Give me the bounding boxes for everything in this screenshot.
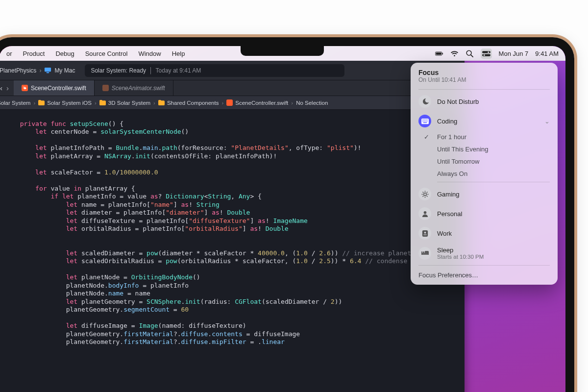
control-center-icon[interactable]: [481, 49, 492, 59]
svg-rect-19: [226, 99, 233, 106]
focus-title: Focus: [418, 69, 550, 76]
focus-mode-work[interactable]: Work: [411, 223, 558, 243]
focus-duration-option[interactable]: Until Tomorrow: [411, 155, 558, 168]
focus-popover: Focus On Until 10:41 AM Do Not Disturb C…: [411, 63, 558, 285]
breadcrumb-item[interactable]: 3D Solar System: [99, 99, 150, 106]
activity-status-text: Solar System: Ready: [91, 67, 146, 74]
svg-line-37: [422, 192, 423, 193]
breadcrumb-item[interactable]: SceneController.swift: [226, 99, 288, 106]
breadcrumb-label: Solar System iOS: [47, 100, 92, 106]
battery-icon[interactable]: [435, 49, 443, 58]
svg-rect-29: [425, 121, 426, 121]
breadcrumb-label: Shared Components: [167, 100, 219, 106]
focus-preferences-link[interactable]: Focus Preferences…: [411, 268, 558, 281]
focus-duration-label: Until This Evening: [437, 146, 489, 153]
svg-line-38: [426, 196, 427, 196]
xcode-window: PlanetPhysics › My Mac Solar System: Rea…: [0, 61, 465, 392]
svg-rect-28: [424, 121, 425, 121]
separator: │: [146, 67, 156, 74]
svg-rect-21: [422, 119, 422, 120]
menu-item[interactable]: Help: [167, 50, 191, 57]
svg-rect-30: [427, 121, 427, 121]
svg-rect-5: [482, 51, 490, 53]
code-content[interactable]: private func setupScene() { let centerNo…: [4, 110, 445, 392]
svg-rect-23: [424, 119, 425, 120]
breadcrumb-item[interactable]: Solar System: [0, 99, 30, 106]
breadcrumb-label: No Selection: [296, 100, 328, 106]
svg-rect-7: [482, 54, 490, 56]
folder-icon: [99, 99, 106, 106]
notch: [241, 45, 324, 56]
code-editor[interactable]: 83 84 85 86 87 88 89 90 91 92 93 94 95 9…: [0, 110, 465, 392]
svg-point-32: [423, 193, 426, 196]
xcode-toolbar: PlanetPhysics › My Mac Solar System: Rea…: [0, 61, 465, 80]
activity-status-time: Today at 9:41 AM: [156, 67, 201, 74]
laptop-frame: or Product Debug Source Control Window H…: [0, 37, 574, 392]
editor-tabbar: ‹ › SceneController.swift SceneAnimator.…: [0, 80, 465, 96]
folder-icon: [38, 99, 45, 106]
breadcrumb-item[interactable]: Solar System iOS: [38, 99, 92, 106]
focus-duration-option[interactable]: Always On: [411, 168, 558, 180]
swift-file-icon: [22, 85, 28, 91]
focus-mode-personal[interactable]: Personal: [411, 204, 558, 223]
focus-mode-sublabel: Starts at 10:30 PM: [437, 254, 484, 260]
breadcrumb-label: SceneController.swift: [235, 100, 288, 106]
chevron-down-icon[interactable]: ⌄: [544, 118, 550, 125]
nav-back-icon[interactable]: ‹: [0, 84, 2, 92]
svg-point-48: [422, 251, 424, 253]
focus-mode-gaming[interactable]: Gaming: [411, 184, 558, 204]
menu-item[interactable]: Debug: [50, 50, 79, 57]
spotlight-icon[interactable]: [466, 49, 474, 58]
svg-rect-22: [423, 119, 424, 120]
swift-file-icon: [102, 85, 109, 91]
gear-icon: [418, 188, 431, 200]
svg-rect-13: [47, 72, 49, 73]
svg-line-4: [470, 54, 472, 56]
menu-item[interactable]: Window: [133, 50, 166, 57]
mac-icon: [44, 67, 51, 74]
menu-bar-items: or Product Debug Source Control Window H…: [1, 50, 190, 57]
svg-rect-1: [436, 52, 441, 55]
menu-bar-date[interactable]: Mon Jun 7: [499, 50, 529, 57]
focus-subtitle: On Until 10:41 AM: [418, 76, 550, 83]
breadcrumb-item[interactable]: Shared Components: [158, 99, 219, 106]
svg-point-43: [424, 231, 426, 233]
focus-duration-option[interactable]: ✓ For 1 hour: [411, 131, 558, 143]
focus-mode-label: Sleep: [437, 246, 484, 254]
person-icon: [418, 207, 431, 220]
tab-label: SceneAnimator.swift: [112, 85, 165, 92]
focus-mode-label: Coding: [437, 118, 457, 125]
tab-label: SceneController.swift: [31, 85, 86, 92]
menu-bar-time[interactable]: 9:41 AM: [535, 50, 559, 57]
svg-rect-2: [442, 52, 442, 54]
nav-forward-icon[interactable]: ›: [6, 84, 9, 92]
svg-rect-26: [422, 121, 422, 121]
focus-mode-coding[interactable]: Coding ⌄: [411, 111, 558, 131]
focus-duration-label: For 1 hour: [437, 133, 466, 141]
focus-mode-dnd[interactable]: Do Not Disturb: [411, 92, 558, 111]
menu-item[interactable]: or: [1, 50, 18, 57]
jump-bar[interactable]: Solar System › Solar System iOS › 3D Sol…: [0, 96, 465, 110]
focus-mode-label: Personal: [437, 210, 462, 218]
scheme-selector[interactable]: PlanetPhysics › My Mac: [0, 67, 75, 74]
breadcrumb-item[interactable]: No Selection: [296, 100, 328, 106]
menu-item[interactable]: Product: [18, 50, 50, 57]
activity-status[interactable]: Solar System: Ready │ Today at 9:41 AM: [85, 64, 344, 77]
focus-duration-option[interactable]: Until This Evening: [411, 143, 558, 155]
tab-scene-controller[interactable]: SceneController.swift: [14, 80, 95, 96]
svg-line-39: [422, 196, 423, 196]
folder-icon: [158, 99, 165, 106]
tab-scene-animator[interactable]: SceneAnimator.swift: [95, 80, 173, 96]
focus-mode-sleep[interactable]: Sleep Starts at 10:30 PM: [411, 243, 558, 263]
svg-point-8: [483, 54, 485, 56]
checkmark-icon: ✓: [421, 133, 431, 141]
svg-rect-12: [45, 68, 51, 72]
chevron-right-icon: ›: [39, 67, 41, 74]
focus-mode-label: Gaming: [437, 191, 460, 198]
wifi-icon[interactable]: [450, 49, 459, 58]
menu-item[interactable]: Source Control: [80, 50, 133, 57]
run-destination: My Mac: [54, 67, 75, 74]
svg-rect-27: [423, 121, 424, 121]
focus-duration-label: Until Tomorrow: [437, 158, 479, 165]
breadcrumb-label: 3D Solar System: [108, 100, 150, 106]
